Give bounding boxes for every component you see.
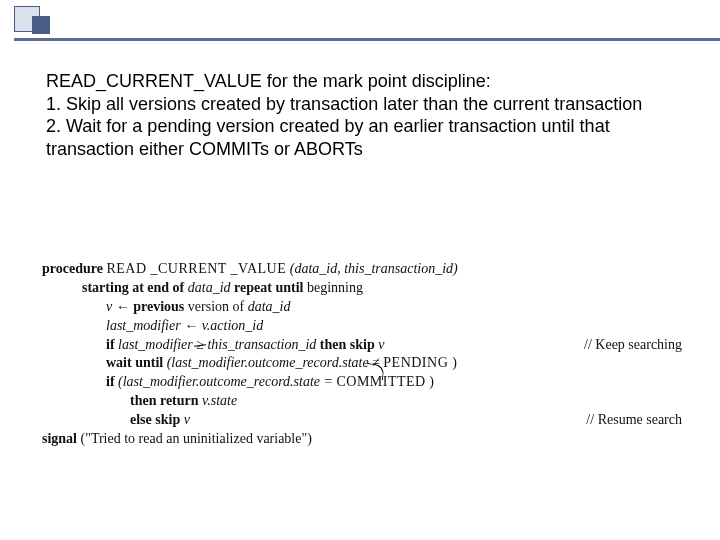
var-lm: last_modifier: [118, 337, 196, 352]
paren-close: ): [429, 374, 434, 389]
op-ne-mark: ≠: [372, 354, 380, 373]
deco-square-dark: [32, 16, 50, 34]
var-v: v: [378, 337, 384, 352]
const-pending: PENDING ): [383, 355, 457, 370]
comment-resume: // Resume search: [586, 411, 682, 430]
body-line-3: 2. Wait for a pending version created by…: [46, 115, 686, 160]
kw-thenskip: then skip: [320, 337, 375, 352]
kw-if: if: [106, 337, 115, 352]
code-line-2: starting at end of data_id repeat until …: [42, 279, 682, 298]
code-line-4: last_modifier ← v.action_id: [42, 317, 682, 336]
proc-args: (data_id, this_transaction_id): [290, 261, 458, 276]
op-ge-strike: ≥: [196, 336, 204, 355]
var-tti: this_transaction_id: [207, 337, 319, 352]
code-line-5: if last_modifier ≥ this_transaction_id t…: [42, 336, 682, 355]
kw-wait: wait until: [106, 355, 163, 370]
kw-elseskip: else skip: [130, 412, 180, 427]
comment-keep-searching: // Keep searching: [584, 336, 682, 355]
proc-name: READ _CURRENT _VALUE: [106, 261, 286, 276]
expr-state2: (last_modifier.outcome_record.state =: [118, 374, 336, 389]
signal-msg: ("Tried to read an uninitialized variabl…: [81, 431, 312, 446]
kw-signal: signal: [42, 431, 77, 446]
code-line-3: v ← previous version of data_id: [42, 298, 682, 317]
txt-beginning: beginning: [307, 280, 363, 295]
var-dataid: data_id: [188, 280, 234, 295]
const-committed: COMMITTED: [336, 374, 425, 389]
kw-repeat: repeat until: [234, 280, 303, 295]
body-line-1: READ_CURRENT_VALUE for the mark point di…: [46, 70, 686, 93]
deco-bar: [14, 38, 720, 41]
kw-procedure: procedure: [42, 261, 103, 276]
code-line-6: wait until (last_modifier.outcome_record…: [42, 354, 682, 373]
code-line-7: if (last_modifier.outcome_record.state =…: [42, 373, 682, 392]
body-text: READ_CURRENT_VALUE for the mark point di…: [46, 70, 686, 160]
code-line-10: signal ("Tried to read an uninitialized …: [42, 430, 682, 449]
code-line-8: then return v.state: [42, 392, 682, 411]
var-dataid2: data_id: [248, 299, 291, 314]
kw-starting: starting at end of: [82, 280, 184, 295]
ret-vstate: v.state: [202, 393, 237, 408]
code-line-1: procedure READ _CURRENT _VALUE (data_id,…: [42, 260, 682, 279]
kw-thenreturn: then return: [130, 393, 199, 408]
corner-decoration: [0, 0, 130, 60]
kw-if2: if: [106, 374, 115, 389]
kw-previous: previous: [133, 299, 184, 314]
txt-versionof: version of: [188, 299, 248, 314]
slide: READ_CURRENT_VALUE for the mark point di…: [0, 0, 720, 540]
assign-v: v ←: [106, 299, 133, 314]
var-v2: v: [184, 412, 190, 427]
body-line-2: 1. Skip all versions created by transact…: [46, 93, 686, 116]
expr-state: (last_modifier.outcome_record.state: [167, 355, 372, 370]
assign-lastmod: last_modifier ← v.action_id: [106, 318, 263, 333]
code-line-9: else skip v // Resume search: [42, 411, 682, 430]
pseudocode-block: procedure READ _CURRENT _VALUE (data_id,…: [42, 260, 682, 449]
